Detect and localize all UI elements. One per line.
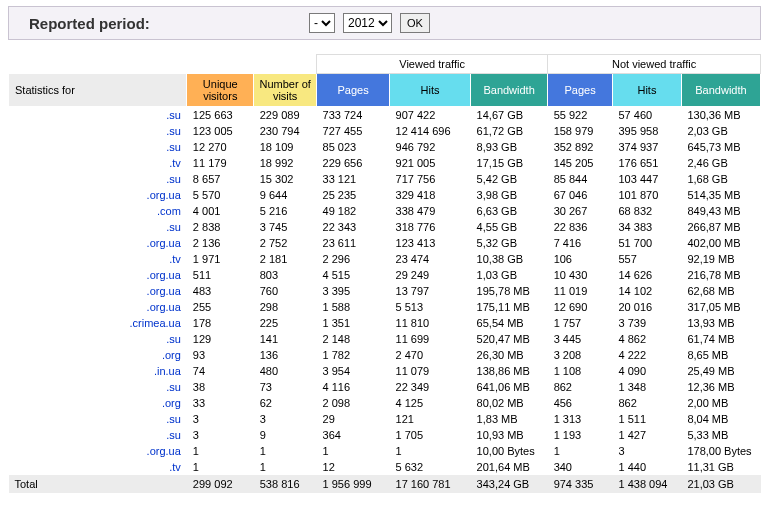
domain-link[interactable]: .su	[166, 141, 181, 153]
table-row: .su2 8383 74522 343318 7764,55 GB22 8363…	[9, 219, 761, 235]
not-viewed-traffic-header: Not viewed traffic	[548, 55, 761, 74]
table-row: .su33291211,83 MB1 3131 5118,04 MB	[9, 411, 761, 427]
month-select[interactable]: -	[309, 13, 335, 33]
table-row: .org.ua5 5709 64425 235329 4183,98 GB67 …	[9, 187, 761, 203]
ok-button[interactable]: OK	[400, 13, 430, 33]
domain-link-cell: .org.ua	[9, 187, 187, 203]
col-unique-visitors: Unique visitors	[187, 74, 254, 107]
domain-link[interactable]: .org.ua	[147, 269, 181, 281]
domain-link[interactable]: .tv	[169, 157, 181, 169]
col-bandwidth-nv: Bandwidth	[681, 74, 760, 107]
domain-link[interactable]: .org.ua	[147, 301, 181, 313]
domain-link[interactable]: .org.ua	[147, 189, 181, 201]
reported-period-label: Reported period:	[29, 15, 309, 32]
domain-link[interactable]: .crimea.ua	[130, 317, 181, 329]
domain-link[interactable]: .su	[166, 221, 181, 233]
domain-link[interactable]: .com	[157, 205, 181, 217]
table-row: .tv11125 632201,64 MB3401 44011,31 GB	[9, 459, 761, 475]
stats-table: Viewed traffic Not viewed traffic Statis…	[8, 54, 761, 493]
domain-link[interactable]: .su	[166, 429, 181, 441]
domain-link[interactable]: .su	[166, 333, 181, 345]
domain-link[interactable]: .su	[166, 173, 181, 185]
domain-link-cell: .tv	[9, 459, 187, 475]
domain-link-cell: .su	[9, 123, 187, 139]
domain-link[interactable]: .in.ua	[154, 365, 181, 377]
domain-link[interactable]: .tv	[169, 253, 181, 265]
table-row: .tv11 17918 992229 656921 00517,15 GB145…	[9, 155, 761, 171]
domain-link-cell: .tv	[9, 251, 187, 267]
table-row: .org.ua2 1362 75223 611123 4135,32 GB7 4…	[9, 235, 761, 251]
table-row: .su12 27018 10985 023946 7928,93 GB352 8…	[9, 139, 761, 155]
period-controls: - 2012 OK	[309, 13, 430, 33]
viewed-traffic-header: Viewed traffic	[317, 55, 548, 74]
year-select[interactable]: 2012	[343, 13, 392, 33]
domain-link-cell: .com	[9, 203, 187, 219]
domain-link-cell: .in.ua	[9, 363, 187, 379]
table-row: .org931361 7822 47026,30 MB3 2084 2228,6…	[9, 347, 761, 363]
total-label: Total	[9, 475, 187, 493]
col-statistics-for: Statistics for	[9, 74, 187, 107]
table-row: .com4 0015 21649 182338 4796,63 GB30 267…	[9, 203, 761, 219]
domain-link[interactable]: .org.ua	[147, 285, 181, 297]
domain-link-cell: .su	[9, 379, 187, 395]
col-hits: Hits	[390, 74, 471, 107]
domain-link-cell: .su	[9, 411, 187, 427]
table-row: .su1291412 14811 699520,47 MB3 4454 8626…	[9, 331, 761, 347]
table-row: .tv1 9712 1812 29623 47410,38 GB10655792…	[9, 251, 761, 267]
col-bandwidth: Bandwidth	[471, 74, 548, 107]
table-row: .org.ua4837603 39513 797195,78 MB11 0191…	[9, 283, 761, 299]
table-row: .in.ua744803 95411 079138,86 MB1 1084 09…	[9, 363, 761, 379]
table-row: .org33622 0984 12580,02 MB4568622,00 MB	[9, 395, 761, 411]
domain-link-cell: .org.ua	[9, 443, 187, 459]
table-row: .su393641 70510,93 MB1 1931 4275,33 MB	[9, 427, 761, 443]
domain-link[interactable]: .org	[162, 397, 181, 409]
table-row: .org.ua5118034 51529 2491,03 GB10 43014 …	[9, 267, 761, 283]
table-row: .su123 005230 794727 45512 414 69661,72 …	[9, 123, 761, 139]
col-number-visits: Number of visits	[254, 74, 317, 107]
domain-link[interactable]: .org	[162, 349, 181, 361]
table-row: .org.ua111110,00 Bytes13178,00 Bytes	[9, 443, 761, 459]
domain-link-cell: .su	[9, 171, 187, 187]
domain-link-cell: .org.ua	[9, 267, 187, 283]
domain-link-cell: .crimea.ua	[9, 315, 187, 331]
col-pages-nv: Pages	[548, 74, 613, 107]
domain-link-cell: .org.ua	[9, 299, 187, 315]
domain-link[interactable]: .org.ua	[147, 237, 181, 249]
domain-link-cell: .su	[9, 331, 187, 347]
table-row: .crimea.ua1782251 35111 81065,54 MB1 757…	[9, 315, 761, 331]
domain-link-cell: .org	[9, 395, 187, 411]
table-row: .su38734 11622 349641,06 MB8621 34812,36…	[9, 379, 761, 395]
domain-link[interactable]: .org.ua	[147, 445, 181, 457]
domain-link-cell: .tv	[9, 155, 187, 171]
col-hits-nv: Hits	[612, 74, 681, 107]
domain-link[interactable]: .su	[166, 413, 181, 425]
table-row: .su125 663229 089733 724907 42214,67 GB5…	[9, 107, 761, 124]
domain-link-cell: .org	[9, 347, 187, 363]
domain-link[interactable]: .su	[166, 125, 181, 137]
domain-link[interactable]: .su	[166, 381, 181, 393]
reported-period-bar: Reported period: - 2012 OK	[8, 6, 761, 40]
domain-link-cell: .su	[9, 427, 187, 443]
table-row: .org.ua2552981 5885 513175,11 MB12 69020…	[9, 299, 761, 315]
col-pages: Pages	[317, 74, 390, 107]
total-row: Total 299 092 538 816 1 956 999 17 160 7…	[9, 475, 761, 493]
domain-link-cell: .su	[9, 139, 187, 155]
table-row: .su8 65715 30233 121717 7565,42 GB85 844…	[9, 171, 761, 187]
domain-link-cell: .org.ua	[9, 235, 187, 251]
domain-link-cell: .su	[9, 219, 187, 235]
domain-link[interactable]: .tv	[169, 461, 181, 473]
domain-link-cell: .su	[9, 107, 187, 124]
domain-link[interactable]: .su	[166, 109, 181, 121]
domain-link-cell: .org.ua	[9, 283, 187, 299]
